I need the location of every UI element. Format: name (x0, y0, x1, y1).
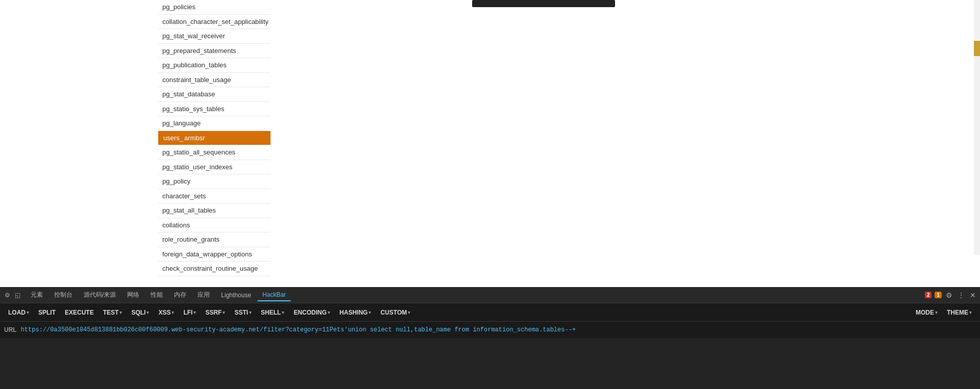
more-options-icon[interactable]: ⋮ (957, 290, 966, 300)
table-list: pg_policiescollation_character_set_appli… (158, 0, 271, 276)
dark-bar (472, 0, 615, 7)
tab-hackbar[interactable]: HackBar (257, 289, 291, 301)
badge-orange: 1 (935, 292, 942, 298)
table-list-item-item-8[interactable]: pg_statio_sys_tables (158, 102, 271, 117)
devtools-icon-2[interactable]: ◱ (13, 291, 21, 299)
btn-ssrf[interactable]: SSRF▾ (201, 307, 229, 318)
btn-split[interactable]: SPLIT (34, 307, 60, 318)
table-list-item-item-16[interactable]: collations (158, 218, 271, 233)
btn-hashing[interactable]: HASHING▾ (335, 307, 375, 318)
tab-console[interactable]: 控制台 (49, 289, 78, 301)
table-list-item-item-6[interactable]: constraint_table_usage (158, 73, 271, 88)
hackbar-url: URL https://0a3500e1045d813881bb026c00f6… (0, 322, 980, 338)
btn-theme[interactable]: THEME▾ (943, 307, 976, 318)
devtools-panel: ⚙ ◱ 元素控制台源代码/来源网络性能内存应用LighthouseHackBar… (0, 287, 980, 389)
tab-sources[interactable]: 源代码/来源 (79, 289, 121, 301)
table-list-item-item-19[interactable]: check_constraint_routine_usage (158, 262, 271, 276)
tab-application[interactable]: 应用 (192, 289, 215, 301)
table-list-item-item-11[interactable]: pg_statio_all_sequences (158, 145, 271, 160)
dropdown-arrow: ▾ (328, 310, 330, 315)
tab-lighthouse[interactable]: Lighthouse (216, 290, 256, 301)
devtools-tabs: 元素控制台源代码/来源网络性能内存应用LighthouseHackBar (26, 289, 925, 301)
devtools-topbar-right: 2 1 ⚙ ⋮ ✕ (925, 290, 977, 300)
main-content: pg_policiescollation_character_set_appli… (0, 0, 980, 287)
table-list-item-item-3[interactable]: pg_stat_wal_receiver (158, 29, 271, 44)
btn-xss[interactable]: XSS▾ (154, 307, 178, 318)
btn-mode[interactable]: MODE▾ (912, 307, 942, 318)
btn-custom[interactable]: CUSTOM▾ (376, 307, 414, 318)
dropdown-arrow: ▾ (935, 310, 938, 315)
tab-network[interactable]: 网络 (122, 289, 144, 301)
btn-sqli[interactable]: SQLI▾ (127, 307, 153, 318)
btn-execute[interactable]: EXECUTE (61, 307, 98, 318)
dropdown-arrow: ▾ (249, 310, 252, 315)
btn-test[interactable]: TEST▾ (99, 307, 127, 318)
normal-text: armbsr (184, 134, 205, 142)
dropdown-arrow: ▾ (969, 310, 972, 315)
tab-elements[interactable]: 元素 (26, 289, 48, 301)
btn-shell[interactable]: SHELL▾ (257, 307, 288, 318)
table-list-item-item-12[interactable]: pg_statio_user_indexes (158, 160, 271, 175)
table-list-item-item-2[interactable]: collation_character_set_applicability (158, 15, 271, 30)
btn-encoding[interactable]: ENCODING▾ (289, 307, 334, 318)
table-list-item-item-15[interactable]: pg_stat_all_tables (158, 203, 271, 218)
dropdown-arrow: ▾ (146, 310, 149, 315)
table-list-item-item-5[interactable]: pg_publication_tables (158, 58, 271, 73)
dropdown-arrow: ▾ (119, 310, 122, 315)
dropdown-arrow: ▾ (193, 310, 196, 315)
table-list-item-item-17[interactable]: role_routine_grants (158, 232, 271, 247)
devtools-topbar: ⚙ ◱ 元素控制台源代码/来源网络性能内存应用LighthouseHackBar… (0, 287, 980, 303)
table-list-item-item-4[interactable]: pg_prepared_statements (158, 44, 271, 59)
btn-load[interactable]: LOAD▾ (4, 307, 33, 318)
dropdown-arrow: ▾ (282, 310, 284, 315)
table-list-item-item-7[interactable]: pg_stat_database (158, 87, 271, 102)
table-list-item-item-10[interactable]: users_armbsr (158, 131, 271, 146)
badge-red: 2 (925, 292, 932, 298)
devtools-icon-1[interactable]: ⚙ (3, 291, 11, 299)
dropdown-arrow: ▾ (172, 310, 174, 315)
url-value: https://0a3500e1045d813881bb026c00f60009… (21, 326, 576, 333)
hackbar: LOAD▾SPLITEXECUTETEST▾SQLI▾XSS▾LFI▾SSRF▾… (0, 303, 980, 338)
btn-lfi[interactable]: LFI▾ (179, 307, 200, 318)
dropdown-arrow: ▾ (27, 310, 29, 315)
btn-ssti[interactable]: SSTI▾ (230, 307, 256, 318)
settings-icon[interactable]: ⚙ (945, 290, 953, 300)
dropdown-arrow: ▾ (408, 310, 410, 315)
table-list-item-item-13[interactable]: pg_policy (158, 174, 271, 189)
table-list-item-item-18[interactable]: foreign_data_wrapper_options (158, 247, 271, 262)
dropdown-arrow: ▾ (223, 310, 225, 315)
table-list-item-item-1[interactable]: pg_policies (158, 0, 271, 15)
url-label: URL (4, 326, 17, 333)
scrollbar-thumb[interactable] (974, 41, 980, 56)
close-icon[interactable]: ✕ (969, 290, 977, 300)
table-list-item-item-9[interactable]: pg_language (158, 116, 271, 131)
hackbar-toolbar: LOAD▾SPLITEXECUTETEST▾SQLI▾XSS▾LFI▾SSRF▾… (0, 303, 980, 322)
dropdown-arrow: ▾ (369, 310, 371, 315)
scrollbar-track[interactable] (974, 0, 980, 255)
highlighted-text: users_ (162, 134, 184, 142)
table-list-item-item-14[interactable]: character_sets (158, 189, 271, 204)
tab-memory[interactable]: 内存 (169, 289, 191, 301)
devtools-topbar-left: ⚙ ◱ (3, 291, 21, 299)
tab-performance[interactable]: 性能 (145, 289, 168, 301)
